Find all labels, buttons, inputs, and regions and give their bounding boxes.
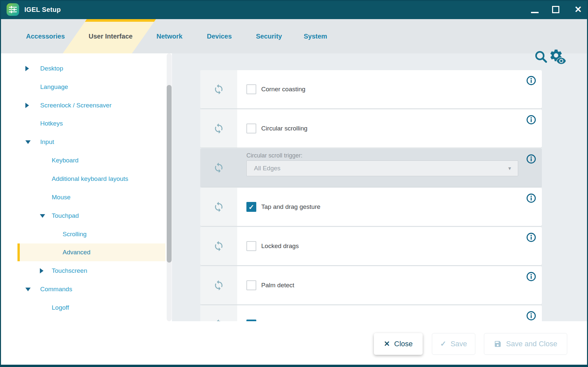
save-button-label: Save xyxy=(451,340,467,348)
reset-icon[interactable] xyxy=(213,162,224,173)
tab-network[interactable]: Network xyxy=(156,19,182,53)
search-icon[interactable] xyxy=(534,49,548,64)
sidebar-scrollbar-thumb[interactable] xyxy=(167,85,172,263)
tree-arrow-expanded-icon[interactable] xyxy=(40,214,45,218)
maximize-button[interactable] xyxy=(548,0,564,19)
tab-user-interface[interactable]: User Interface xyxy=(89,19,132,53)
sidebar-scrollbar[interactable] xyxy=(167,53,172,321)
info-icon[interactable] xyxy=(526,75,536,86)
sidebar-item-hotkeys[interactable]: Hotkeys xyxy=(1,114,166,133)
tree-arrow-collapsed-icon[interactable] xyxy=(25,103,29,108)
sidebar-item-touchpad[interactable]: Touchpad xyxy=(1,207,166,225)
window-title: IGEL Setup xyxy=(24,0,61,19)
save-and-close-button: Save and Close xyxy=(484,333,567,355)
checkbox[interactable]: ✓ xyxy=(246,202,256,212)
close-button[interactable]: ✕ Close xyxy=(374,333,423,355)
check-mark-icon: ✓ xyxy=(248,204,254,211)
info-icon[interactable] xyxy=(526,193,536,203)
reset-icon[interactable] xyxy=(213,201,224,212)
footer: ✕ Close ✓ Save Save and Close xyxy=(1,321,587,365)
titlebar: IGEL Setup ✕ xyxy=(0,0,588,19)
tab-bar: AccessoriesUser InterfaceNetworkDevicesS… xyxy=(0,19,588,53)
settings-row-tap-and-drag-gesture: ✓ Tap and drag gesture xyxy=(200,188,542,226)
sidebar-item-label: Mouse xyxy=(52,188,70,207)
checkbox[interactable]: ✓ xyxy=(246,84,256,94)
settings-row-corner-coasting: ✓ Corner coasting xyxy=(200,70,542,108)
minimize-icon xyxy=(531,12,539,13)
row-reset-strip xyxy=(200,266,237,304)
info-icon[interactable] xyxy=(526,232,536,242)
tree-arrow-collapsed-icon[interactable] xyxy=(40,268,43,273)
sidebar-item-scrolling[interactable]: Scrolling xyxy=(1,225,166,243)
checkbox[interactable]: ✓ xyxy=(246,280,256,290)
selected-item-highlight xyxy=(17,243,165,261)
sidebar-item-label: Input xyxy=(40,133,54,151)
row-reset-strip xyxy=(200,70,237,108)
settings-row-circular-scrolling: ✓ Circular scrolling xyxy=(200,109,542,148)
sidebar-tree: Display settings Desktop Language Screen… xyxy=(1,53,172,321)
row-reset-strip xyxy=(200,227,237,265)
sidebar-item-display-settings[interactable]: Display settings xyxy=(1,53,166,59)
sidebar-item-label: Commands xyxy=(40,280,72,298)
setting-label: Tap and drag gesture xyxy=(261,188,321,226)
sidebar-item-input[interactable]: Input xyxy=(1,133,166,151)
sidebar-item-language[interactable]: Language xyxy=(1,78,166,96)
settings-row-locked-drags: ✓ Locked drags xyxy=(200,227,542,265)
reset-icon[interactable] xyxy=(213,280,224,291)
setting-label: Corner coasting xyxy=(261,70,305,108)
sidebar-item-mouse[interactable]: Mouse xyxy=(1,188,166,207)
close-button-label: Close xyxy=(394,340,413,348)
maximize-icon xyxy=(552,6,559,13)
minimize-button[interactable] xyxy=(527,0,543,19)
tab-system[interactable]: System xyxy=(304,19,327,53)
row-reset-strip xyxy=(200,188,237,226)
sidebar-item-additional-keyboard-layouts[interactable]: Additional keyboard layouts xyxy=(1,170,166,188)
info-icon[interactable] xyxy=(526,271,536,282)
setting-label: Circular scrolling xyxy=(261,109,307,148)
checkbox[interactable]: ✓ xyxy=(246,241,256,251)
reset-icon[interactable] xyxy=(213,84,224,95)
close-window-button[interactable]: ✕ xyxy=(570,0,586,19)
sidebar-item-screenlock-screensaver[interactable]: Screenlock / Screensaver xyxy=(1,96,166,115)
sidebar-item-label: Touchscreen xyxy=(52,262,87,280)
info-icon[interactable] xyxy=(526,154,536,164)
sidebar-item-label: Additional keyboard layouts xyxy=(52,170,128,188)
tab-devices[interactable]: Devices xyxy=(207,19,232,53)
sidebar-item-label: Touchpad xyxy=(52,207,79,225)
tab-accessories[interactable]: Accessories xyxy=(26,19,65,53)
tree-arrow-expanded-icon[interactable] xyxy=(25,288,31,291)
row-reset-strip xyxy=(200,305,237,321)
sidebar-item-commands[interactable]: Commands xyxy=(1,280,166,298)
setting-label: Palm detect xyxy=(261,266,294,304)
sidebar-item-touchscreen[interactable]: Touchscreen xyxy=(1,262,166,280)
save-button: ✓ Save xyxy=(432,333,475,355)
chevron-down-icon: ▼ xyxy=(507,161,512,176)
reset-icon[interactable] xyxy=(213,319,224,321)
sidebar-item-logoff[interactable]: Logoff xyxy=(1,298,166,317)
settings-row-item: ✓ xyxy=(200,305,542,321)
tab-security[interactable]: Security xyxy=(256,19,282,53)
info-icon[interactable] xyxy=(526,311,536,321)
sidebar-item-label: Screenlock / Screensaver xyxy=(40,96,112,115)
sidebar-item-label: Scrolling xyxy=(63,225,87,243)
info-icon[interactable] xyxy=(526,115,536,125)
save-check-icon: ✓ xyxy=(440,340,446,348)
settings-row-palm-detect: ✓ Palm detect xyxy=(200,266,542,304)
sidebar-item-advanced[interactable]: Advanced xyxy=(1,243,166,262)
row-reset-strip xyxy=(200,149,237,187)
settings-eye-icon[interactable] xyxy=(549,48,567,65)
reset-icon[interactable] xyxy=(213,240,224,252)
settings-panel: ✓ Corner coasting ✓ Circular scrolling xyxy=(172,53,588,321)
sidebar-item-keyboard[interactable]: Keyboard xyxy=(1,151,166,170)
sidebar-item-label: Logoff xyxy=(52,298,69,317)
save-and-close-button-label: Save and Close xyxy=(506,340,557,348)
dropdown-value: All Edges xyxy=(254,161,280,176)
sidebar-item-label: Desktop xyxy=(40,59,63,78)
tree-arrow-collapsed-icon[interactable] xyxy=(25,66,29,71)
checkbox[interactable]: ✓ xyxy=(246,124,256,133)
reset-icon[interactable] xyxy=(213,123,224,134)
sidebar-item-label: Display settings xyxy=(40,53,84,59)
setting-label: Locked drags xyxy=(261,227,299,265)
sidebar-item-desktop[interactable]: Desktop xyxy=(1,59,166,78)
tree-arrow-expanded-icon[interactable] xyxy=(25,140,31,144)
